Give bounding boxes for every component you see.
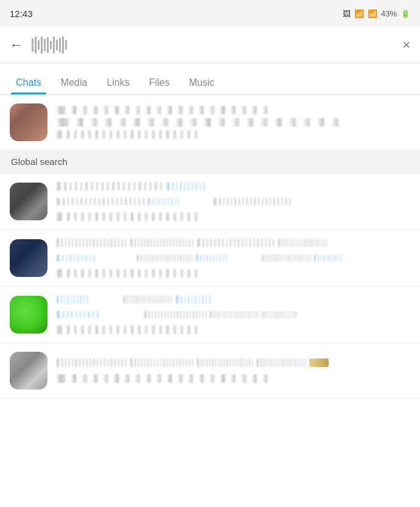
chat-name-line — [56, 106, 268, 114]
back-button[interactable]: ← — [10, 37, 23, 53]
chat-msg-gray1 — [136, 254, 193, 262]
tabs-bar: Chats Media Links Files Music — [0, 63, 420, 95]
list-item[interactable] — [0, 230, 420, 287]
chat-msg-blue3 — [313, 254, 370, 262]
chat-time-line — [56, 130, 198, 139]
chat-msg-part2 — [147, 198, 211, 205]
chat-msg-blue2 — [195, 254, 259, 262]
chat-info — [56, 182, 410, 221]
battery-text: 43% — [381, 9, 397, 18]
chat-message-line — [56, 118, 340, 127]
tab-files[interactable]: Files — [139, 70, 180, 94]
chat-msg-blue1 — [56, 254, 134, 262]
avatar — [10, 183, 47, 220]
avatar — [10, 239, 47, 277]
chat-info — [56, 295, 410, 334]
tab-chats[interactable]: Chats — [6, 70, 51, 94]
chat-badge — [309, 358, 329, 367]
battery-icon: 🔋 — [401, 9, 410, 18]
tab-media[interactable]: Media — [51, 70, 97, 94]
chat-name-4 — [278, 239, 327, 247]
chat-msg-gray2 — [209, 311, 259, 318]
barcode-icon — [32, 37, 67, 54]
chat-name-blue1 — [56, 295, 120, 304]
chat-msg-part1 — [56, 198, 145, 205]
list-item[interactable] — [0, 343, 420, 399]
chat-time-line — [56, 212, 198, 221]
chat-msg-gray1 — [144, 311, 208, 318]
status-bar: 12:43 🖼 📶 📶 43% 🔋 — [0, 0, 420, 27]
close-button[interactable]: × — [402, 37, 410, 53]
avatar — [10, 352, 47, 390]
tab-music[interactable]: Music — [180, 70, 225, 94]
avatar — [10, 103, 47, 141]
list-item[interactable] — [0, 173, 420, 230]
chat-name-3 — [197, 239, 275, 247]
chat-msg-blue1 — [56, 311, 141, 318]
chat-time-line — [56, 269, 198, 278]
chat-info — [56, 358, 410, 383]
chat-info — [56, 106, 410, 139]
global-search-header: Global search — [0, 150, 420, 173]
chat-msg-gray3 — [262, 311, 297, 318]
chat-highlight-line — [166, 182, 244, 191]
chat-msg-part3 — [213, 198, 291, 205]
chat-name-1 — [56, 358, 127, 367]
search-bar[interactable] — [32, 37, 402, 54]
avatar — [10, 296, 47, 334]
image-icon: 🖼 — [343, 9, 351, 18]
chat-list: Global search — [0, 95, 420, 399]
chat-name-2 — [130, 239, 194, 247]
chat-name-4 — [256, 358, 306, 367]
signal-icon: 📶 — [368, 9, 377, 18]
wifi-icon: 📶 — [354, 9, 364, 18]
chat-name-gray1 — [123, 295, 172, 304]
chat-name-2 — [130, 358, 194, 367]
status-icons: 🖼 📶 📶 43% 🔋 — [343, 9, 410, 18]
chat-message-line — [56, 374, 268, 383]
status-time: 12:43 — [10, 9, 33, 19]
list-item[interactable] — [0, 95, 420, 150]
tab-links[interactable]: Links — [97, 70, 139, 94]
chat-name-blue2 — [175, 295, 246, 304]
list-item[interactable] — [0, 287, 420, 343]
chat-name-line — [56, 182, 163, 191]
header: ← × — [0, 27, 420, 63]
chat-name-3 — [197, 358, 253, 367]
chat-time-line — [56, 326, 198, 334]
chat-name-1 — [56, 239, 127, 247]
chat-msg-gray2 — [262, 254, 311, 262]
chat-info — [56, 239, 410, 278]
